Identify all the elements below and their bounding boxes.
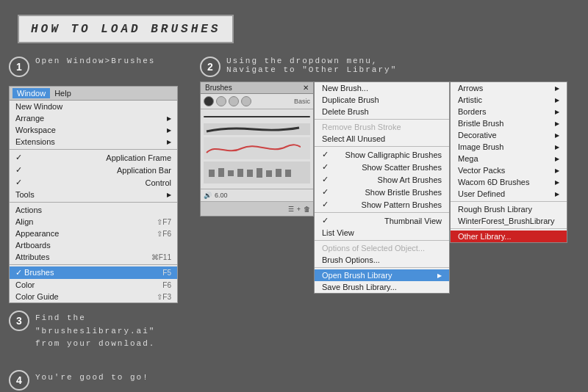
ctx-save-library[interactable]: Save Brush Library...	[315, 281, 449, 293]
step1-number: 1	[9, 57, 29, 77]
sub-wacom[interactable]: Wacom 6D Brushes	[451, 176, 567, 188]
brush-item-3[interactable]	[204, 137, 310, 159]
ctx-select-unused[interactable]: Select All Unused	[315, 133, 449, 145]
sub-other-library[interactable]: Other Library...	[451, 231, 567, 242]
ctx-show-calligraphic[interactable]: Show Calligraphic Brushes	[315, 148, 449, 161]
menu-workspace[interactable]: Workspace	[10, 124, 177, 136]
menu-app-frame[interactable]: Application Frame	[10, 151, 177, 164]
left-column: 1 Open Window>Brushes Window Help New Wi…	[9, 57, 185, 392]
menu-window[interactable]: Window	[12, 88, 50, 98]
svg-rect-3	[237, 169, 243, 177]
ctx-show-scatter[interactable]: Show Scatter Brushes	[315, 161, 449, 173]
context-menu: New Brush... Duplicate Brush Delete Brus…	[314, 81, 450, 294]
brush-size-icon: 🔊	[204, 192, 212, 199]
steps-lower: 3 Find the"brusheslibrary.ai"from your d…	[9, 311, 185, 392]
ctx-duplicate-brush[interactable]: Duplicate Brush	[315, 94, 449, 106]
menu-new-window[interactable]: New Window	[10, 101, 177, 112]
ctx-new-brush[interactable]: New Brush...	[315, 82, 449, 94]
main-content: 1 Open Window>Brushes Window Help New Wi…	[0, 57, 588, 392]
page-title: HOW TO LOAD BRUSHES	[31, 23, 220, 36]
step1-row: 1 Open Window>Brushes	[9, 57, 185, 77]
brush-btn-2[interactable]	[216, 96, 226, 106]
brushes-footer-btn1[interactable]: ☰	[288, 206, 294, 213]
step4-row: 4 You're good to go!	[9, 370, 185, 391]
brush-btn-1[interactable]	[204, 96, 214, 106]
menu-help[interactable]: Help	[50, 88, 76, 98]
brush-item-2[interactable]	[204, 123, 310, 135]
ctx-show-pattern[interactable]: Show Pattern Brushes	[315, 198, 449, 211]
menu-color-guide[interactable]: Color Guide ⇧F3	[10, 291, 177, 302]
ctx-div2	[315, 146, 449, 147]
sub-user-defined[interactable]: User Defined	[451, 188, 567, 200]
svg-rect-0	[209, 170, 215, 177]
ctx-list-view[interactable]: List View	[315, 227, 449, 239]
menu-color[interactable]: Color F6	[10, 279, 177, 291]
brushes-footer: ☰ + 🗑	[201, 201, 313, 216]
brushes-footer-btn3[interactable]: 🗑	[304, 206, 310, 213]
svg-rect-5	[257, 168, 262, 178]
ctx-brush-options[interactable]: Brush Options...	[315, 254, 449, 266]
title-area: HOW TO LOAD BRUSHES	[18, 15, 234, 43]
brush-item-4[interactable]	[204, 161, 310, 184]
step2-header: 2 Using the dropdown menu,Navigate to "O…	[200, 57, 579, 77]
basic-label: Basic	[294, 98, 310, 105]
brush-btn-4[interactable]	[241, 96, 251, 106]
sub-vector-packs[interactable]: Vector Packs	[451, 164, 567, 176]
ctx-show-bristle[interactable]: Show Bristle Brushes	[315, 186, 449, 198]
sub-borders[interactable]: Borders	[451, 106, 567, 117]
step4-text: You're good to go!	[35, 371, 149, 385]
menu-arrange[interactable]: Arrange	[10, 112, 177, 124]
ctx-show-art[interactable]: Show Art Brushes	[315, 173, 449, 186]
brush-btn-3[interactable]	[229, 96, 239, 106]
ctx-thumbnail-view[interactable]: Thumbnail View	[315, 214, 449, 227]
submenu: Arrows Artistic Borders Bristle Brush De…	[450, 81, 567, 243]
ctx-div5	[315, 267, 449, 268]
menu-tools[interactable]: Tools	[10, 189, 177, 200]
step3-text: Find the"brusheslibrary.ai"from your dow…	[35, 312, 155, 351]
step2-text: Using the dropdown menu,Navigate to "Oth…	[226, 57, 397, 74]
pattern-brush-svg	[205, 164, 301, 182]
brushes-close[interactable]: ✕	[303, 84, 309, 92]
ctx-div4	[315, 240, 449, 241]
menu-brushes[interactable]: ✓ Brushes F5	[10, 266, 177, 279]
sub-winter-forest[interactable]: WinterForest_BrushLibrary	[451, 215, 567, 227]
sub-rough-brush[interactable]: Rough Brush Library	[451, 203, 567, 215]
sub-bristle-brush[interactable]: Bristle Brush	[451, 117, 567, 129]
menu-app-bar[interactable]: Application Bar	[10, 164, 177, 176]
sub-image-brush[interactable]: Image Brush	[451, 141, 567, 153]
brushes-footer-btn2[interactable]: +	[297, 206, 301, 213]
ctx-options-selected[interactable]: Options of Selected Object...	[315, 242, 449, 254]
menu-artboards[interactable]: Artboards	[10, 239, 177, 251]
sub-decorative[interactable]: Decorative	[451, 129, 567, 141]
menu-attributes[interactable]: Attributes ⌘F11	[10, 251, 177, 263]
step2-number: 2	[200, 57, 220, 77]
wavy-brush-svg	[205, 139, 301, 158]
menu-extensions[interactable]: Extensions	[10, 136, 177, 148]
menu-actions[interactable]: Actions	[10, 204, 177, 216]
svg-rect-8	[285, 170, 291, 177]
sub-div2	[451, 228, 567, 229]
brushes-list	[201, 109, 313, 189]
menu-control[interactable]: Control	[10, 176, 177, 189]
sub-artistic[interactable]: Artistic	[451, 94, 567, 106]
svg-rect-4	[247, 170, 253, 177]
svg-rect-6	[266, 170, 272, 177]
brush-item-1[interactable]	[204, 112, 310, 121]
svg-rect-1	[218, 168, 224, 177]
step3-number: 3	[9, 311, 29, 331]
ctx-delete-brush[interactable]: Delete Brush	[315, 106, 449, 117]
svg-rect-7	[276, 169, 282, 177]
menu-appearance[interactable]: Appearance ⇧F6	[10, 228, 177, 239]
sub-div1	[451, 201, 567, 202]
step1-text: Open Window>Brushes	[35, 57, 155, 65]
sub-mega[interactable]: Mega	[451, 153, 567, 164]
ctx-remove-stroke[interactable]: Remove Brush Stroke	[315, 121, 449, 133]
panel-area: Brushes ✕ Basic	[200, 81, 579, 294]
ctx-open-library[interactable]: Open Brush Library	[315, 269, 449, 281]
step4-number: 4	[9, 370, 29, 391]
sub-arrows[interactable]: Arrows	[451, 82, 567, 94]
brushes-panel: Brushes ✕ Basic	[200, 81, 314, 217]
menu-align[interactable]: Align ⇧F7	[10, 216, 177, 228]
right-column: 2 Using the dropdown menu,Navigate to "O…	[200, 57, 579, 392]
brush-stroke-svg	[205, 126, 301, 133]
